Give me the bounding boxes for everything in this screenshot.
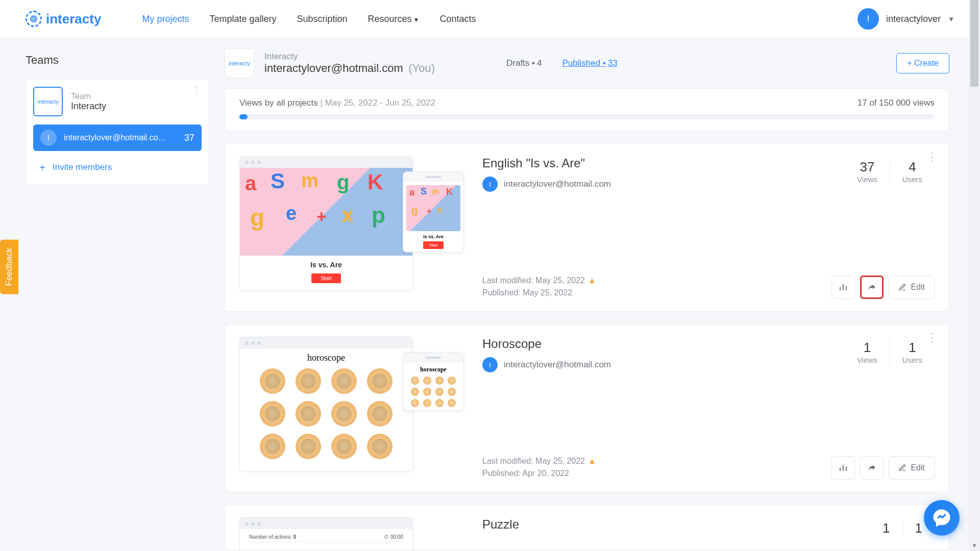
views-bar: Views by all projects | May 25, 2022 - J…	[225, 88, 949, 131]
project-card: Number of actions: 0 ⏱ 00:00 Puzzle 1 1	[225, 505, 949, 550]
chevron-down-icon: ▼	[413, 16, 420, 23]
views-progress-fill	[239, 114, 248, 119]
puzzle-actions-label: Number of actions:	[249, 534, 292, 540]
warning-icon: ▲	[588, 276, 596, 285]
project-more-icon[interactable]: ⋮	[926, 155, 938, 159]
views-value: 1	[883, 520, 890, 536]
messenger-icon	[933, 509, 951, 527]
share-button[interactable]	[860, 456, 884, 480]
team-label: Team	[71, 92, 106, 101]
nav-resources[interactable]: Resources▼	[368, 14, 420, 24]
analytics-button[interactable]	[831, 276, 855, 299]
analytics-button[interactable]	[831, 456, 855, 480]
edit-button[interactable]: Edit	[889, 456, 935, 480]
project-card: ⋮ horoscope horo	[225, 324, 949, 492]
member-avatar: I	[40, 130, 57, 146]
logo-icon	[26, 11, 42, 27]
team-member-row[interactable]: I interactylover@hotmail.co… 37	[33, 124, 202, 151]
views-label: Views	[857, 356, 877, 364]
project-thumbnail[interactable]: a S m g K g e + x p Is vs. Are	[239, 156, 464, 299]
users-label: Users	[902, 356, 922, 364]
views-value: 1	[857, 340, 877, 356]
phone-caption: horoscope	[406, 366, 460, 373]
published-date: Published: Apr 20, 2022	[482, 467, 783, 480]
invite-label: Invite members	[53, 162, 112, 172]
edit-button[interactable]: Edit	[889, 276, 935, 299]
project-thumbnail[interactable]: Number of actions: 0 ⏱ 00:00	[239, 517, 464, 550]
tab-drafts-count: 4	[537, 58, 542, 68]
published-date: Published: May 25, 2022	[482, 287, 783, 299]
edit-label: Edit	[911, 463, 925, 472]
org-thumb: interacty	[225, 48, 254, 78]
project-more-icon[interactable]: ⋮	[926, 336, 938, 339]
feedback-tab[interactable]: Feedback	[0, 240, 18, 294]
puzzle-actions-value: 0	[293, 534, 297, 540]
chevron-down-icon: ▼	[948, 15, 954, 23]
team-more-icon[interactable]: ⋮	[191, 89, 202, 92]
share-button[interactable]	[860, 276, 884, 299]
thumb-caption: Is vs. Are	[240, 261, 412, 269]
tab-published-count: 33	[608, 58, 618, 68]
author-email: interactylover@hotmail.com	[504, 179, 611, 189]
nav-my-projects[interactable]: My projects	[142, 14, 189, 24]
project-author: I interactylover@hotmail.com	[482, 177, 783, 192]
tab-drafts-label: Drafts	[506, 58, 529, 68]
user-name: interactylover	[886, 14, 941, 24]
team-card: interacty Team Interacty ⋮ I interactylo…	[26, 79, 209, 185]
views-summary: 17 of 150 000 views	[857, 98, 935, 108]
scrollbar[interactable]: ▲ ▼	[969, 0, 980, 551]
views-progress	[239, 114, 935, 119]
puzzle-timer: ⏱ 00:00	[384, 534, 403, 540]
thumb-start-button: Start	[311, 273, 340, 283]
member-email: interactylover@hotmail.co…	[64, 133, 177, 142]
users-value: 1	[902, 340, 922, 356]
team-name: Interacty	[71, 101, 106, 112]
avatar: I	[857, 8, 879, 30]
project-title[interactable]: English "Is vs. Are"	[482, 156, 783, 170]
users-label: Users	[902, 175, 922, 184]
tab-published-label: Published	[562, 58, 601, 68]
org-label: Interacty	[264, 52, 435, 62]
org-you: (You)	[408, 62, 435, 74]
tab-drafts[interactable]: Drafts •4	[506, 58, 542, 68]
author-avatar: I	[482, 357, 498, 372]
user-menu[interactable]: I interactylover ▼	[857, 8, 954, 30]
author-email: interactylover@hotmail.com	[504, 360, 611, 370]
views-label: Views by all projects	[239, 98, 318, 108]
nav-contacts[interactable]: Contacts	[439, 14, 476, 24]
phone-start-button: Start	[423, 241, 444, 249]
thumb-caption: horoscope	[307, 353, 345, 363]
project-card: ⋮ a S m g K g e + x	[225, 143, 949, 312]
logo-text: interacty	[46, 11, 101, 27]
nav-resources-label: Resources	[368, 14, 412, 24]
author-avatar: I	[482, 177, 498, 192]
tab-published[interactable]: Published •33	[562, 58, 618, 68]
last-modified: Last modified: May 25, 2022	[482, 276, 585, 285]
scrollbar-thumb[interactable]	[970, 0, 978, 87]
last-modified: Last modified: May 25, 2022	[482, 457, 585, 465]
org-email: interactylover@hotmail.com	[264, 62, 403, 74]
users-value: 4	[902, 159, 922, 175]
nav-template-gallery[interactable]: Template gallery	[209, 14, 276, 24]
member-count: 37	[184, 133, 194, 143]
project-author: I interactylover@hotmail.com	[482, 357, 783, 372]
project-title[interactable]: Horoscope	[482, 337, 783, 351]
create-button[interactable]: + Create	[896, 53, 949, 73]
views-range: | May 25, 2022 - Jun 25, 2022	[320, 98, 435, 108]
views-value: 37	[857, 159, 877, 175]
team-thumb: interacty	[33, 87, 63, 116]
warning-icon: ▲	[588, 457, 596, 465]
project-thumbnail[interactable]: horoscope horoscope	[239, 337, 464, 480]
plus-icon: ＋	[37, 160, 47, 174]
edit-label: Edit	[911, 283, 925, 292]
nav-subscription[interactable]: Subscription	[297, 14, 347, 24]
teams-heading: Teams	[26, 54, 209, 67]
scroll-down-icon[interactable]: ▼	[969, 540, 980, 551]
phone-caption: Is vs. Are	[406, 234, 460, 239]
views-label: Views	[857, 175, 877, 184]
chat-button[interactable]	[924, 500, 960, 536]
users-value: 1	[915, 520, 922, 536]
logo[interactable]: interacty	[26, 11, 101, 27]
invite-members[interactable]: ＋ Invite members	[33, 157, 202, 177]
project-title[interactable]: Puzzle	[482, 517, 783, 532]
